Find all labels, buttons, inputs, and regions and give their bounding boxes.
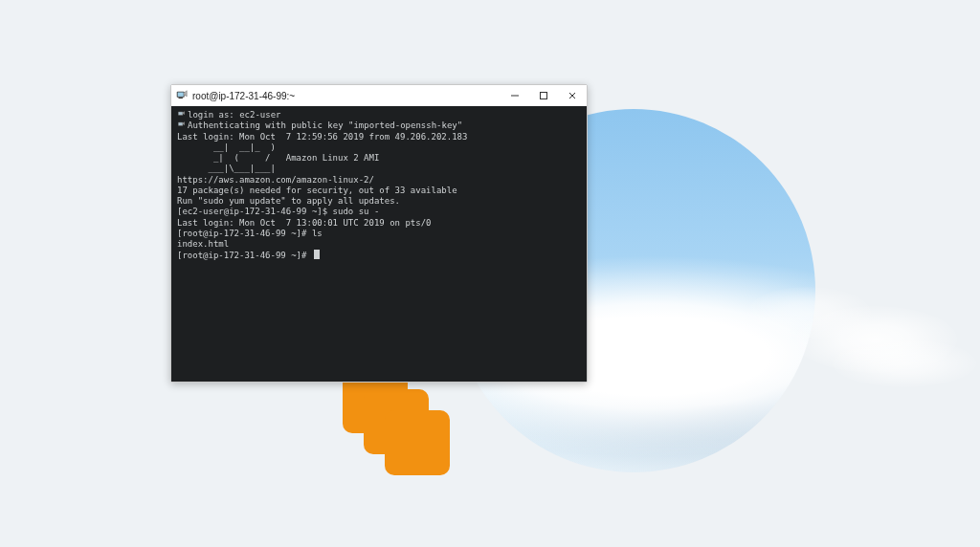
terminal-line: Last login: Mon Oct 7 12:59:56 2019 from… <box>177 132 581 142</box>
terminal-line: ___|\___|___| <box>177 164 581 174</box>
window-title: root@ip-172-31-46-99:~ <box>192 91 501 101</box>
terminal-window: root@ip-172-31-46-99:~ login as: ec2-use… <box>170 84 588 383</box>
maximize-button[interactable] <box>529 85 558 106</box>
terminal-prompt-line: [root@ip-172-31-46-99 ~]# <box>177 250 581 261</box>
putty-mini-icon <box>177 110 186 119</box>
terminal-line: [ec2-user@ip-172-31-46-99 ~]$ sudo su - <box>177 207 581 217</box>
terminal-line: login as: ec2-user <box>177 110 581 120</box>
terminal-line: Last login: Mon Oct 7 13:00:01 UTC 2019 … <box>177 218 581 229</box>
putty-icon <box>175 89 189 102</box>
terminal-line: [root@ip-172-31-46-99 ~]# ls <box>177 229 581 239</box>
svg-rect-2 <box>179 98 183 98</box>
svg-rect-1 <box>178 93 184 97</box>
svg-rect-4 <box>541 93 547 99</box>
terminal-body[interactable]: login as: ec2-userAuthenticating with pu… <box>171 106 587 382</box>
window-titlebar[interactable]: root@ip-172-31-46-99:~ <box>171 85 587 106</box>
svg-rect-8 <box>179 112 183 115</box>
putty-mini-icon <box>177 120 186 129</box>
terminal-line: index.html <box>177 239 581 250</box>
svg-rect-10 <box>179 123 183 126</box>
terminal-cursor <box>314 250 320 259</box>
terminal-line: Run "sudo yum update" to apply all updat… <box>177 196 581 207</box>
terminal-line: Authenticating with public key "imported… <box>177 120 581 131</box>
terminal-line: __| __|_ ) <box>177 142 581 153</box>
terminal-line: 17 package(s) needed for security, out o… <box>177 186 581 196</box>
terminal-line: https://aws.amazon.com/amazon-linux-2/ <box>177 175 581 186</box>
minimize-button[interactable] <box>501 85 529 106</box>
close-button[interactable] <box>558 85 587 106</box>
terminal-line: _| ( / Amazon Linux 2 AMI <box>177 153 581 164</box>
cloud-wisp <box>833 339 976 387</box>
